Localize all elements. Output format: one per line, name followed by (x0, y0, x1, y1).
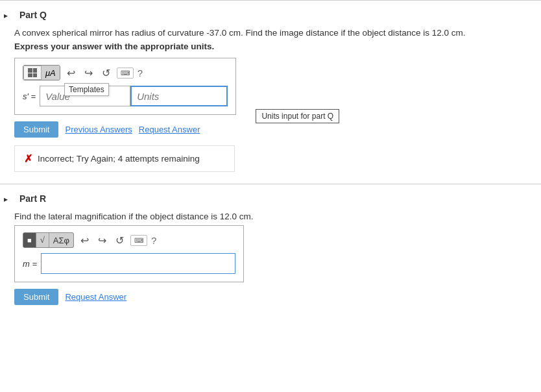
part-r-arrow: ▸ (4, 195, 8, 204)
part-q-title: Part Q (19, 10, 528, 20)
part-r-refresh-button[interactable]: ↺ (113, 233, 126, 248)
templates-tooltip: Templates (64, 83, 109, 96)
part-r-toolbar: ■ √ ΑΣφ ↩ ↪ ↺ ⌨ ? (23, 232, 235, 248)
request-answer-link[interactable]: Request Answer (139, 125, 200, 134)
error-box: ✗ Incorrect; Try Again; 4 attempts remai… (14, 145, 235, 172)
part-q-toolbar: μA Templates ↩ ↪ ↺ ⌨ ? (23, 65, 228, 80)
part-q-label: s′ = (23, 92, 36, 101)
previous-answers-link[interactable]: Previous Answers (65, 125, 132, 134)
part-r-request-answer-link[interactable]: Request Answer (65, 292, 126, 302)
part-q-input-row: s′ = Units input for part Q (23, 86, 228, 106)
units-tooltip: Units input for part Q (256, 109, 339, 123)
m-input[interactable] (41, 253, 235, 274)
part-q-btn-group: μA (23, 65, 60, 80)
part-q-action-row: Submit Previous Answers Request Answer (14, 121, 528, 138)
grid-button[interactable] (23, 66, 42, 80)
part-r-help-button[interactable]: ? (151, 235, 156, 246)
part-r-question: Find the lateral magnification if the ob… (14, 212, 528, 221)
redo-button[interactable]: ↪ (82, 66, 95, 80)
part-r-redo-button[interactable]: ↪ (95, 233, 109, 248)
part-r-sqrt-button[interactable]: √ (36, 233, 49, 247)
part-r-label: m = (23, 259, 37, 269)
keyboard-button[interactable]: ⌨ (117, 67, 134, 79)
part-r-sigma-button[interactable]: ΑΣφ (49, 233, 73, 247)
part-r-action-row: Submit Request Answer (14, 289, 528, 305)
part-r-submit-button[interactable]: Submit (14, 289, 58, 305)
part-r-undo-button[interactable]: ↩ (78, 233, 91, 248)
part-q-section: ▸ Part Q A convex spherical mirror has r… (0, 0, 541, 184)
error-icon: ✗ (24, 153, 32, 165)
part-q-arrow: ▸ (4, 11, 8, 20)
error-text: Incorrect; Try Again; 4 attempts remaini… (38, 154, 200, 164)
mu-button[interactable]: μA (42, 66, 60, 80)
part-r-section: ▸ Part R Find the lateral magnification … (0, 184, 541, 317)
part-q-express: Express your answer with the appropriate… (14, 42, 528, 51)
part-q-answer-box: μA Templates ↩ ↪ ↺ ⌨ ? s′ = Units input … (14, 58, 236, 115)
part-r-keyboard-button[interactable]: ⌨ (130, 235, 147, 246)
part-r-answer-box: ■ √ ΑΣφ ↩ ↪ ↺ ⌨ ? m = (14, 225, 244, 282)
part-q-question: A convex spherical mirror has radius of … (14, 28, 528, 38)
part-r-title: Part R (19, 193, 528, 204)
part-r-btn-group: ■ √ ΑΣφ (23, 232, 74, 248)
units-input[interactable] (130, 86, 228, 106)
help-button[interactable]: ? (138, 67, 143, 79)
part-r-square-button[interactable]: ■ (23, 233, 36, 247)
part-r-input-row: m = (23, 253, 235, 274)
part-q-submit-button[interactable]: Submit (14, 121, 58, 138)
refresh-button[interactable]: ↺ (99, 66, 113, 80)
undo-button[interactable]: ↩ (64, 66, 78, 80)
